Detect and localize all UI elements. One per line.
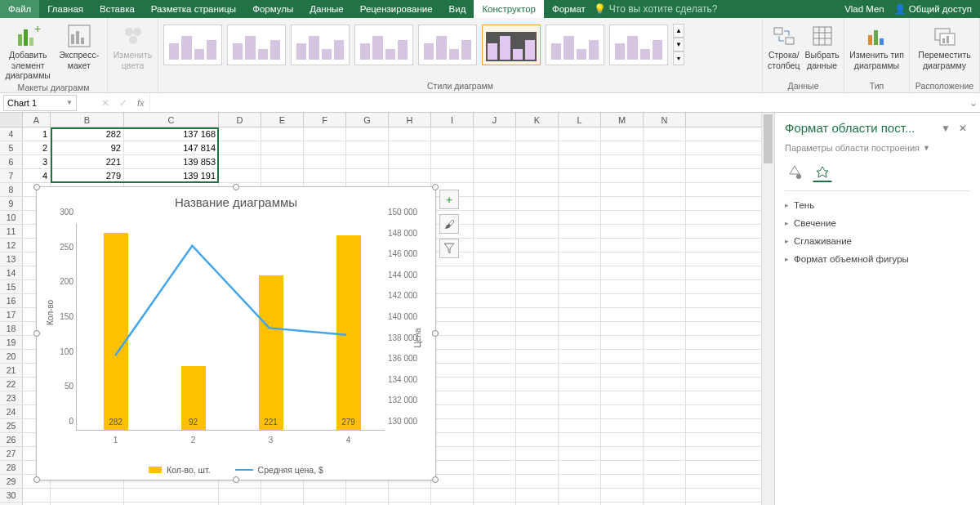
cell-L6[interactable] xyxy=(559,155,601,168)
cell-I26[interactable] xyxy=(431,433,474,446)
row-header-23[interactable]: 23 xyxy=(0,391,23,404)
cell-I16[interactable] xyxy=(431,294,474,307)
cell-C7[interactable]: 139 191 xyxy=(124,169,219,182)
cell-K4[interactable] xyxy=(516,127,559,141)
cell-J6[interactable] xyxy=(474,155,516,168)
cell-K28[interactable] xyxy=(516,461,559,474)
cell-K5[interactable] xyxy=(516,141,559,154)
chart-filters-button[interactable] xyxy=(439,239,459,258)
worksheet[interactable]: ABCDEFGHIJKLMN 41282137 1685292147 81463… xyxy=(0,113,774,505)
chart-handle-w[interactable] xyxy=(33,330,40,337)
cell-J4[interactable] xyxy=(474,127,516,141)
chart-styles-button[interactable]: 🖌 xyxy=(439,214,459,234)
cell-L16[interactable] xyxy=(559,294,601,307)
cell-L14[interactable] xyxy=(559,266,601,279)
row-header-7[interactable]: 7 xyxy=(0,169,23,182)
select-data-button[interactable]: Выбрать данные xyxy=(804,20,839,70)
cell-I21[interactable] xyxy=(431,364,474,377)
cell-M11[interactable] xyxy=(601,225,644,238)
cell-J28[interactable] xyxy=(474,461,516,474)
col-header-K[interactable]: K xyxy=(516,113,559,127)
cell-K16[interactable] xyxy=(516,294,559,307)
cell-K10[interactable] xyxy=(516,211,559,224)
col-header-G[interactable]: G xyxy=(346,113,389,127)
col-header-I[interactable]: I xyxy=(431,113,474,127)
cell-F7[interactable] xyxy=(304,169,346,182)
scrollbar-thumb[interactable] xyxy=(764,114,773,163)
row-header-17[interactable]: 17 xyxy=(0,308,23,321)
cell-N11[interactable] xyxy=(644,225,686,238)
cell-J29[interactable] xyxy=(474,475,516,488)
cell-N8[interactable] xyxy=(644,183,686,196)
cell-M9[interactable] xyxy=(601,197,644,210)
cell-L9[interactable] xyxy=(559,197,601,210)
cell-N4[interactable] xyxy=(644,127,686,141)
cell-L13[interactable] xyxy=(559,252,601,266)
move-chart-button[interactable]: Переместить диаграмму xyxy=(915,20,974,70)
cell-B6[interactable]: 221 xyxy=(51,155,124,168)
cell-J13[interactable] xyxy=(474,252,516,266)
chart-handle-sw[interactable] xyxy=(33,476,40,483)
cell-D6[interactable] xyxy=(219,155,261,168)
cell-N7[interactable] xyxy=(644,169,686,182)
cell-J16[interactable] xyxy=(474,294,516,307)
style-thumb-7[interactable] xyxy=(546,25,604,65)
tab-insert[interactable]: Вставка xyxy=(91,0,143,18)
cancel-formula-button[interactable]: ✕ xyxy=(96,97,114,109)
col-header-F[interactable]: F xyxy=(304,113,346,127)
cell-M21[interactable] xyxy=(601,364,644,377)
cell-A4[interactable]: 1 xyxy=(23,127,51,141)
cell-I27[interactable] xyxy=(431,447,474,460)
cell-G30[interactable] xyxy=(346,489,389,502)
cell-L20[interactable] xyxy=(559,350,601,363)
style-thumb-1[interactable] xyxy=(163,25,222,65)
panel-item-3dformat[interactable]: Формат объемной фигуры xyxy=(775,250,980,268)
cell-K13[interactable] xyxy=(516,252,559,266)
format-pane-dropdown[interactable]: ▼ xyxy=(936,123,956,134)
cell-I7[interactable] xyxy=(431,169,474,182)
cell-J19[interactable] xyxy=(474,336,516,349)
col-header-N[interactable]: N xyxy=(644,113,686,127)
cell-K14[interactable] xyxy=(516,266,559,279)
change-colors-button[interactable]: Изменить цвета xyxy=(113,20,153,70)
cell-K12[interactable] xyxy=(516,239,559,252)
cell-K17[interactable] xyxy=(516,308,559,321)
quick-layout-button[interactable]: Экспресс- макет xyxy=(56,20,103,70)
cell-L17[interactable] xyxy=(559,308,601,321)
cell-F4[interactable] xyxy=(304,127,346,141)
cell-F30[interactable] xyxy=(304,489,346,502)
cell-N16[interactable] xyxy=(644,294,686,307)
tab-home[interactable]: Главная xyxy=(39,0,91,18)
name-box[interactable]: Chart 1 ▼ xyxy=(3,95,77,111)
cell-L15[interactable] xyxy=(559,280,601,293)
col-header-D[interactable]: D xyxy=(219,113,261,127)
cell-K23[interactable] xyxy=(516,391,559,404)
chart-styles-gallery[interactable]: ▲ ▼ ▾ xyxy=(163,20,684,65)
style-thumb-3[interactable] xyxy=(291,25,350,65)
cell-K22[interactable] xyxy=(516,378,559,391)
cell-D4[interactable] xyxy=(219,127,261,141)
cell-L5[interactable] xyxy=(559,141,601,154)
chart-handle-se[interactable] xyxy=(432,476,439,483)
cell-C4[interactable]: 137 168 xyxy=(124,127,219,141)
style-thumb-4[interactable] xyxy=(354,25,413,65)
cell-K7[interactable] xyxy=(516,169,559,182)
cell-G4[interactable] xyxy=(346,127,389,141)
cell-H5[interactable] xyxy=(389,141,431,154)
cell-B4[interactable]: 282 xyxy=(51,127,124,141)
cell-E30[interactable] xyxy=(261,489,304,502)
chart-handle-n[interactable] xyxy=(233,184,239,190)
panel-item-softedges[interactable]: Сглаживание xyxy=(775,232,980,250)
cell-C5[interactable]: 147 814 xyxy=(124,141,219,154)
cell-F6[interactable] xyxy=(304,155,346,168)
effects-tab[interactable] xyxy=(813,163,832,182)
name-box-dropdown-icon[interactable]: ▼ xyxy=(66,99,73,106)
row-header-26[interactable]: 26 xyxy=(0,433,23,446)
col-header-A[interactable]: A xyxy=(23,113,51,127)
cell-K25[interactable] xyxy=(516,419,559,432)
row-header-6[interactable]: 6 xyxy=(0,155,23,168)
cell-I6[interactable] xyxy=(431,155,474,168)
legend-item-bar[interactable]: Кол-во, шт. xyxy=(149,465,210,475)
cell-K15[interactable] xyxy=(516,280,559,293)
cell-J7[interactable] xyxy=(474,169,516,182)
